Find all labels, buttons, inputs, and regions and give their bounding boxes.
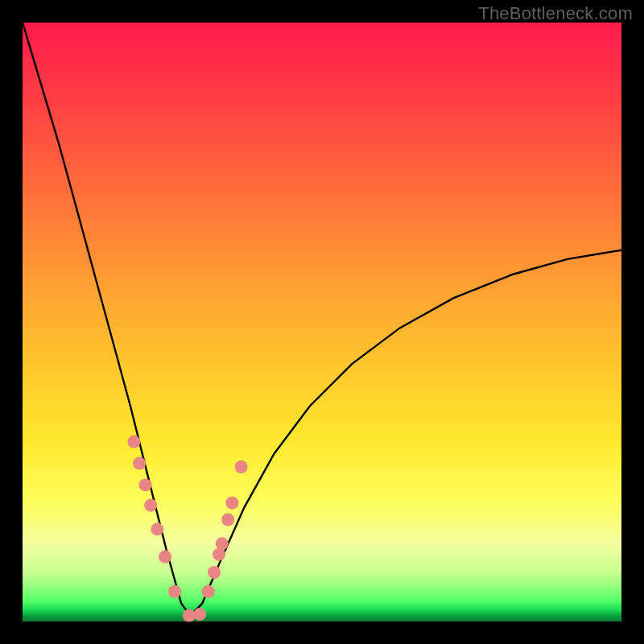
bottleneck-curve <box>23 23 621 616</box>
highlight-dot <box>168 585 181 598</box>
watermark-text: TheBottleneck.com <box>478 3 633 24</box>
highlight-dots-group <box>127 436 247 622</box>
highlight-dot <box>133 457 146 470</box>
plot-area <box>23 23 621 621</box>
highlight-dot <box>213 548 225 561</box>
highlight-dot <box>139 478 152 491</box>
chart-svg <box>23 23 621 621</box>
highlight-dot <box>235 460 248 473</box>
highlight-dot <box>225 497 238 510</box>
highlight-dot <box>159 551 171 564</box>
chart-frame: TheBottleneck.com <box>0 0 644 644</box>
highlight-dot <box>221 514 234 526</box>
highlight-dot <box>193 608 206 621</box>
highlight-dot <box>144 499 157 512</box>
highlight-dot <box>208 566 221 579</box>
highlight-dot <box>202 585 215 598</box>
highlight-dot <box>216 537 229 550</box>
highlight-dot <box>151 522 163 535</box>
highlight-dot <box>127 436 140 448</box>
